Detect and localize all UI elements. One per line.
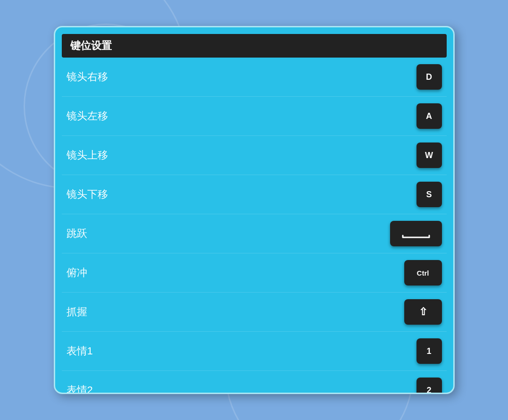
keybind-label: 表情2 (67, 383, 93, 393)
panel-title: 键位设置 (70, 40, 112, 51)
key-badge[interactable]: 1 (416, 338, 442, 364)
key-badge[interactable]: 2 (416, 378, 442, 393)
keybind-settings-panel: 键位设置 镜头右移D镜头左移A镜头上移W镜头下移S跳跃俯冲Ctrl抓握⇧表情11… (54, 26, 455, 394)
panel-content[interactable]: 镜头右移D镜头左移A镜头上移W镜头下移S跳跃俯冲Ctrl抓握⇧表情11表情22表… (55, 58, 453, 393)
keybind-row: 表情11 (62, 332, 447, 371)
keybind-label: 跳跃 (67, 227, 87, 241)
keybind-label: 表情1 (67, 344, 93, 358)
keybind-row: 表情22 (62, 371, 447, 393)
keybind-label: 镜头上移 (67, 148, 108, 162)
keybind-label: 镜头右移 (67, 70, 108, 84)
key-badge[interactable]: A (416, 103, 442, 129)
panel-title-bar: 键位设置 (62, 34, 447, 58)
keybind-row: 镜头右移D (62, 58, 447, 97)
key-badge[interactable] (390, 221, 442, 246)
keybind-row: 抓握⇧ (62, 293, 447, 332)
keybind-label: 俯冲 (67, 266, 87, 280)
key-badge[interactable]: Ctrl (404, 260, 442, 286)
settings-panel-wrapper: 键位设置 镜头右移D镜头左移A镜头上移W镜头下移S跳跃俯冲Ctrl抓握⇧表情11… (54, 26, 455, 394)
key-badge[interactable]: W (416, 143, 442, 168)
keybind-label: 镜头下移 (67, 187, 108, 202)
keybind-row: 俯冲Ctrl (62, 253, 447, 293)
keybind-label: 抓握 (67, 305, 87, 319)
keybind-row: 镜头上移W (62, 136, 447, 175)
keybind-row: 镜头左移A (62, 97, 447, 136)
key-badge[interactable]: S (416, 182, 442, 207)
key-badge[interactable]: D (416, 64, 442, 90)
keybind-label: 镜头左移 (67, 109, 108, 123)
keybind-row: 镜头下移S (62, 175, 447, 214)
key-badge[interactable]: ⇧ (404, 299, 442, 325)
keybind-row: 跳跃 (62, 214, 447, 253)
